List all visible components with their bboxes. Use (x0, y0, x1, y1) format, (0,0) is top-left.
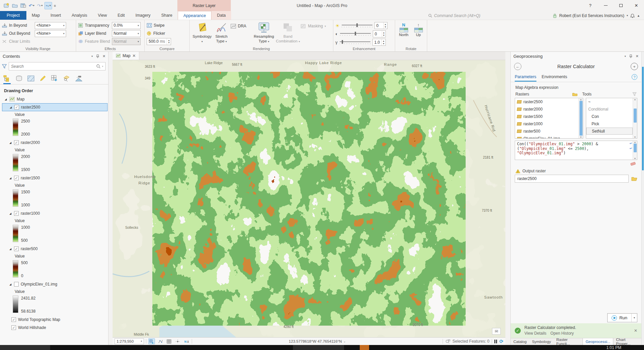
raster-list-item[interactable]: OlympicElev_01.img (515, 135, 579, 138)
undo-dropdown-icon[interactable]: ▾ (33, 4, 34, 7)
gamma-spinner[interactable]: 1.0▲▼ (372, 39, 386, 46)
contents-search-input[interactable] (11, 64, 96, 69)
tree-item-raster500[interactable]: ◢ ✓ raster500 (2, 245, 108, 253)
panel-menu-icon[interactable]: ▾ (625, 55, 626, 58)
tab-symbology[interactable]: Symbology (529, 338, 554, 345)
expression-scrollbar[interactable]: ▲▼ (633, 141, 637, 160)
flicker-button[interactable]: Flicker (153, 31, 165, 36)
tab-imagery[interactable]: Imagery (130, 11, 156, 20)
close-panel-icon[interactable]: ✕ (103, 54, 106, 58)
tools-scrollbar[interactable]: ▲▼ (633, 98, 637, 138)
pause-drawing-icon[interactable] (494, 340, 497, 343)
expander-icon[interactable]: ◢ (9, 106, 12, 109)
brightness-slider[interactable] (342, 23, 372, 28)
layer-visibility-checkbox[interactable] (14, 282, 19, 287)
help-button[interactable]: ? (583, 0, 598, 11)
explore-dropdown-icon[interactable]: ▾ (49, 4, 51, 7)
tab-insert[interactable]: Insert (45, 11, 66, 20)
expression-line[interactable]: "OlympicElev_01.img") (517, 151, 631, 156)
tab-list-by-snapping[interactable] (51, 75, 58, 84)
save-project-icon[interactable] (19, 2, 27, 9)
map-view-tab[interactable]: Map ✕ (113, 52, 139, 60)
scrollbar-thumb[interactable] (642, 67, 644, 170)
brightness-spinner[interactable]: 0▲▼ (374, 22, 387, 29)
tree-item-olympicelev[interactable]: ◢ OlympicElev_01.img (2, 280, 108, 288)
eraser-icon[interactable] (630, 161, 637, 166)
tab-view[interactable]: View (93, 11, 112, 20)
tools-list[interactable]: ~ Conditional Con Pick SetNull ▲▼ (586, 98, 637, 139)
customize-qat-icon[interactable]: ≡ (53, 3, 57, 8)
tree-item-raster1500[interactable]: ◢ ✓ raster1500 (2, 174, 108, 182)
expander-icon[interactable]: ◢ (9, 283, 12, 286)
tab-list-by-labeling[interactable] (63, 75, 70, 84)
taskbar-app-highlight[interactable] (360, 345, 369, 350)
windows-taskbar[interactable]: 1:01 PM (0, 345, 644, 350)
tab-appearance[interactable]: Appearance (178, 11, 211, 20)
pin-icon[interactable] (96, 54, 99, 58)
tool-help-icon[interactable]: ? (632, 74, 637, 80)
raster-list-item[interactable]: raster1000 (515, 120, 579, 128)
expression-line[interactable]: ("OlympicElev_01.img" <= 2500), (517, 147, 631, 151)
raster-list-item[interactable]: raster2500 (515, 98, 579, 106)
tree-item-raster1000[interactable]: ◢ ✓ raster1000 (2, 209, 108, 217)
pin-icon[interactable] (629, 54, 632, 58)
close-panel-icon[interactable]: ✕ (636, 54, 639, 58)
contrast-spinner[interactable]: 0▲▼ (373, 30, 386, 37)
rotate-up-button[interactable]: ↑ Up (413, 21, 425, 46)
open-history-link[interactable]: Open History (550, 331, 574, 336)
expression-editor[interactable]: Con(("OlympicElev_01.img" > 2000) & ("Ol… (515, 141, 637, 160)
raster-list-item[interactable]: raster500 (515, 128, 579, 135)
tree-item-map[interactable]: ◢ Map (0, 95, 108, 103)
tool-list-item-selected[interactable]: SetNull (586, 128, 633, 135)
close-button[interactable]: ✕ (629, 0, 644, 11)
tab-share[interactable]: Share (156, 11, 178, 20)
user-account[interactable]: Robert (Esri Ed Services Instructors) ▾ … (553, 11, 640, 20)
tab-list-by-drawing-order[interactable] (3, 75, 11, 84)
layer-visibility-checkbox[interactable]: ✓ (14, 246, 19, 251)
layer-visibility-checkbox[interactable]: ✓ (14, 140, 19, 145)
north-indicator-icon[interactable]: N (183, 338, 190, 344)
notifications-bell-icon[interactable] (630, 13, 635, 18)
tool-list-item[interactable]: Con (586, 113, 633, 120)
tab-analysis[interactable]: Analysis (66, 11, 93, 20)
run-dropdown-icon[interactable]: ▾ (631, 314, 637, 322)
tab-project[interactable]: Project (0, 11, 26, 20)
tab-map[interactable]: Map (26, 11, 45, 20)
tree-item-raster2500[interactable]: ◢ ✓ raster2500 (2, 103, 108, 111)
tab-list-by-selection[interactable] (27, 75, 35, 84)
in-beyond-select[interactable]: <None>▾ (35, 22, 66, 29)
minimize-button[interactable] (598, 0, 613, 11)
back-button[interactable]: ← (514, 63, 521, 70)
tab-parameters[interactable]: Parameters (515, 74, 536, 81)
contents-search-box[interactable]: ▾ (9, 62, 106, 70)
expander-icon[interactable]: ◢ (9, 141, 12, 144)
filter-icon[interactable] (2, 64, 7, 68)
raster-list-item[interactable]: raster1500 (515, 113, 579, 120)
transparency-select[interactable]: 0.0%▾ (112, 22, 141, 29)
tree-item-raster2000[interactable]: ◢ ✓ raster2000 (2, 139, 108, 147)
tree-item-world-hillshade[interactable]: ✓ World Hillshade (0, 324, 108, 332)
output-raster-field[interactable]: raster2500 (515, 175, 629, 183)
rotate-north-button[interactable]: N North (398, 21, 410, 46)
stretch-type-button[interactable]: StretchType ▾ (212, 21, 230, 46)
snap-crosshair-icon[interactable] (174, 338, 181, 344)
clear-limits-button[interactable]: Clear Limits (9, 39, 30, 44)
map-canvas[interactable]: 3623 ft Lake Ridge 5667 ft Happy Lake Ri… (113, 60, 505, 337)
contrast-slider[interactable] (340, 32, 371, 36)
dismiss-message-icon[interactable]: ✕ (634, 328, 637, 333)
dra-toggle[interactable]: DRA (230, 22, 253, 30)
resampling-type-button[interactable]: ResamplingType ▾ (253, 21, 275, 46)
close-view-icon[interactable]: ✕ (132, 53, 136, 58)
notification-envelope-icon[interactable]: ✉ (492, 328, 501, 335)
layer-visibility-checkbox[interactable]: ✓ (11, 325, 16, 330)
view-details-link[interactable]: View Details (524, 331, 546, 336)
tab-data[interactable]: Data (211, 11, 231, 20)
sketch-tool-icon[interactable] (157, 338, 164, 344)
out-beyond-select[interactable]: <None>▾ (35, 30, 66, 37)
new-project-icon[interactable] (3, 2, 10, 9)
add-to-model-icon[interactable]: + (631, 63, 638, 70)
rasters-scrollbar[interactable]: ▲▼ (579, 98, 583, 138)
open-project-icon[interactable] (11, 2, 19, 9)
explore-tool-button[interactable]: ⥊▾ (44, 2, 52, 9)
swipe-button[interactable]: Swipe (154, 23, 165, 28)
